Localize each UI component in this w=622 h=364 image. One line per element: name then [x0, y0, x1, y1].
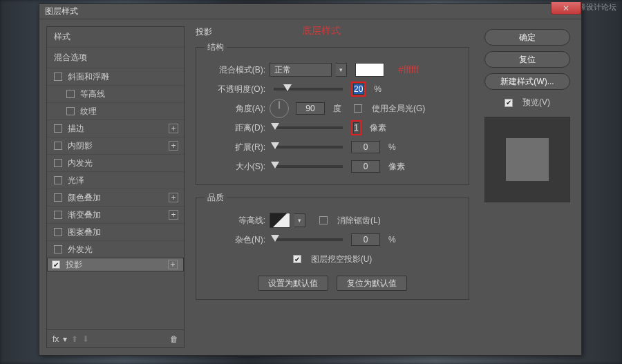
- style-contour[interactable]: 等高线: [47, 85, 184, 102]
- style-label: 等高线: [80, 88, 105, 100]
- arrow-down-icon[interactable]: ⬇: [82, 334, 89, 344]
- checkbox-icon[interactable]: [54, 176, 62, 184]
- distance-label: 距离(D):: [205, 122, 265, 134]
- checkbox-icon[interactable]: [54, 124, 62, 133]
- sidebar-header-styles[interactable]: 样式: [47, 27, 184, 47]
- angle-label: 角度(A):: [205, 103, 265, 115]
- checkbox-icon[interactable]: [54, 159, 62, 167]
- style-bevel-emboss[interactable]: 斜面和浮雕: [47, 68, 184, 85]
- checkbox-icon[interactable]: [54, 228, 62, 236]
- style-outer-glow[interactable]: 外发光: [47, 240, 184, 258]
- settings-panel: 投影 底层样式 结构 混合模式(B): 正常 ▾ #ffffff 不透明度(O)…: [191, 26, 473, 348]
- sidebar-header-blend[interactable]: 混合选项: [47, 47, 184, 68]
- size-unit: 像素: [388, 161, 405, 173]
- spread-slider[interactable]: [274, 146, 343, 149]
- add-icon[interactable]: +: [169, 141, 178, 151]
- titlebar: 图层样式 ✕: [39, 4, 581, 19]
- add-icon[interactable]: +: [169, 210, 178, 220]
- fx-icon[interactable]: fx: [53, 334, 59, 344]
- noise-slider[interactable]: [274, 238, 343, 241]
- cancel-button[interactable]: 复位: [484, 51, 570, 68]
- style-label: 内阴影: [68, 140, 93, 152]
- global-light-label: 使用全局光(G): [372, 103, 425, 115]
- style-gradient-overlay[interactable]: 渐变叠加+: [47, 206, 184, 223]
- arrow-up-icon[interactable]: ⬆: [71, 334, 78, 344]
- checkbox-icon[interactable]: [66, 107, 75, 115]
- opacity-slider[interactable]: [274, 88, 343, 90]
- checkbox-icon[interactable]: [66, 90, 75, 98]
- trash-icon[interactable]: 🗑: [170, 334, 178, 344]
- knockout-label: 图层挖空投影(U): [311, 253, 373, 265]
- style-label: 颜色叠加: [68, 192, 101, 204]
- new-style-button[interactable]: 新建样式(W)...: [484, 73, 570, 90]
- add-icon[interactable]: +: [169, 193, 178, 202]
- add-icon[interactable]: +: [168, 260, 178, 269]
- style-inner-glow[interactable]: 内发光: [47, 154, 184, 171]
- spread-input[interactable]: 0: [351, 141, 380, 153]
- sidebar-footer: fx ▾ ⬆ ⬇ 🗑: [47, 329, 184, 347]
- noise-input[interactable]: 0: [351, 233, 380, 246]
- checkbox-icon[interactable]: [54, 73, 62, 81]
- reset-default-button[interactable]: 复位为默认值: [337, 276, 407, 291]
- angle-unit: 度: [333, 103, 341, 115]
- group-quality-legend: 品质: [205, 192, 227, 204]
- checkbox-icon[interactable]: [54, 193, 62, 202]
- angle-needle-icon: [279, 102, 280, 109]
- checkbox-icon[interactable]: [54, 211, 62, 219]
- opacity-input[interactable]: 20: [353, 84, 364, 95]
- checkbox-icon[interactable]: ✔: [52, 260, 60, 269]
- ok-button[interactable]: 确定: [484, 29, 570, 46]
- style-label: 光泽: [68, 175, 84, 186]
- checkbox-icon[interactable]: [54, 142, 62, 150]
- annotation-highlight: 20: [351, 82, 366, 97]
- style-drop-shadow[interactable]: ✔投影+: [47, 258, 184, 271]
- antialias-checkbox[interactable]: [319, 216, 328, 224]
- slider-thumb-icon[interactable]: [271, 235, 279, 242]
- angle-dial[interactable]: [270, 99, 289, 118]
- style-label: 外发光: [68, 244, 93, 256]
- close-button[interactable]: ✕: [551, 2, 581, 15]
- angle-input[interactable]: 90: [296, 102, 325, 115]
- preview-box: [484, 117, 570, 202]
- slider-thumb-icon[interactable]: [271, 162, 279, 169]
- chevron-down-icon[interactable]: ▾: [336, 63, 347, 77]
- slider-thumb-icon[interactable]: [283, 84, 292, 91]
- make-default-button[interactable]: 设置为默认值: [258, 276, 328, 291]
- contour-picker[interactable]: [270, 213, 290, 228]
- style-color-overlay[interactable]: 颜色叠加+: [47, 189, 184, 206]
- chevron-down-icon[interactable]: ▾: [294, 213, 305, 227]
- styles-sidebar: 样式 混合选项 斜面和浮雕 等高线 纹理 描边+ 内阴影+ 内发光 光泽 颜色叠…: [46, 26, 185, 348]
- opacity-unit: %: [374, 84, 381, 94]
- checkbox-icon[interactable]: [54, 245, 62, 253]
- distance-input[interactable]: 1: [353, 122, 359, 133]
- group-quality: 品质 等高线: ▾ 消除锯齿(L) 杂色(N): 0 % ✔ 图层挖空投影(U): [196, 192, 469, 300]
- style-pattern-overlay[interactable]: 图案叠加: [47, 223, 184, 240]
- knockout-checkbox[interactable]: ✔: [293, 255, 301, 263]
- style-label: 内发光: [68, 157, 93, 169]
- chevron-down-icon[interactable]: ▾: [63, 334, 67, 344]
- shadow-color-swatch[interactable]: [355, 63, 384, 77]
- style-stroke[interactable]: 描边+: [47, 119, 184, 137]
- style-satin[interactable]: 光泽: [47, 171, 184, 189]
- slider-thumb-icon[interactable]: [271, 142, 279, 149]
- style-label: 描边: [68, 123, 84, 135]
- group-structure: 结构 混合模式(B): 正常 ▾ #ffffff 不透明度(O): 20 % 角…: [196, 41, 469, 185]
- annotation-highlight: 1: [351, 120, 361, 135]
- size-slider[interactable]: [274, 165, 343, 168]
- opacity-label: 不透明度(O):: [205, 84, 265, 95]
- distance-slider[interactable]: [274, 126, 343, 129]
- style-texture[interactable]: 纹理: [47, 102, 184, 119]
- spread-unit: %: [388, 142, 396, 152]
- preview-checkbox[interactable]: ✔: [505, 99, 513, 107]
- close-icon: ✕: [563, 3, 569, 13]
- style-label: 纹理: [80, 106, 97, 117]
- slider-thumb-icon[interactable]: [271, 123, 279, 130]
- add-icon[interactable]: +: [169, 124, 178, 133]
- blend-mode-select[interactable]: 正常: [270, 63, 332, 77]
- blend-mode-label: 混合模式(B):: [205, 64, 265, 76]
- style-label: 渐变叠加: [68, 209, 101, 221]
- style-inner-shadow[interactable]: 内阴影+: [47, 137, 184, 154]
- size-input[interactable]: 0: [351, 160, 380, 173]
- global-light-checkbox[interactable]: [354, 104, 362, 113]
- window-title: 图层样式: [45, 6, 78, 17]
